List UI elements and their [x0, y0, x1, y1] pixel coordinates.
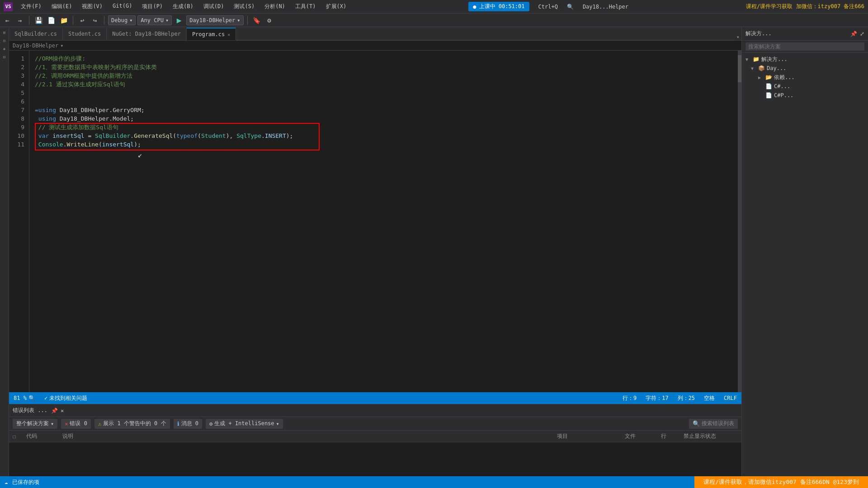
chevron-icon: ▼ [745, 57, 751, 62]
toolbar: ← → 💾 📄 📁 ↩ ↪ Debug ▾ Any CPU ▾ ▶ Day18-… [0, 14, 868, 27]
tab-nuget[interactable]: NuGet: Day18-DBHelper [107, 28, 187, 40]
zoom-status[interactable]: 81 % 🔍 [14, 395, 35, 401]
run-btn[interactable]: ▶ [174, 15, 184, 26]
menu-bar[interactable]: 文件(F) 编辑(E) 视图(V) Git(G) 项目(P) 生成(B) 调试(… [16, 2, 351, 11]
no-issues-status: ✓ 未找到相关问题 [44, 394, 87, 402]
tree-root[interactable]: ▼ 📁 解决方... [742, 55, 868, 64]
saved-status-icon: ☁ [5, 479, 8, 485]
filter-dropdown[interactable]: 整个解决方案 ▾ [13, 419, 57, 429]
right-panel: 解决方... 📌 ⤢ ▼ 📁 解决方... ▼ 📦 Day... ▶ 📂 [741, 27, 868, 488]
col-file: 文件 [625, 432, 661, 440]
window-title: Day18...Helper [583, 4, 628, 10]
timer-icon: ● [473, 4, 476, 10]
sidebar-icon-4[interactable]: ⊟ [1, 53, 8, 61]
pin-icon[interactable]: 📌 [51, 408, 58, 414]
sidebar-icon-3[interactable]: ◈ [1, 45, 8, 52]
redo-btn[interactable]: ↪ [90, 15, 100, 26]
title-bar-right: 课程/课件学习获取 加微信：itzy007 备注666 [746, 3, 864, 10]
col-project: 项目 [557, 432, 625, 440]
menu-extensions[interactable]: 扩展(X) [321, 2, 351, 11]
expand-icon[interactable]: ⤢ [860, 31, 864, 37]
debug-mode-dropdown[interactable]: Debug ▾ [108, 15, 136, 25]
info-btn[interactable]: ℹ 消息 0 [174, 419, 202, 429]
solution-explorer-title: 解决方... [745, 30, 772, 38]
error-icon: ✕ [65, 421, 68, 427]
cursor-indicator: ↙ [138, 150, 142, 159]
menu-file[interactable]: 文件(F) [16, 2, 46, 11]
tree-dependencies[interactable]: ▶ 📂 依赖... [742, 73, 868, 82]
title-bar: VS 文件(F) 编辑(E) 视图(V) Git(G) 项目(P) 生成(B) … [0, 0, 868, 14]
error-panel-header: 错误列表 ... 📌 ✕ [9, 404, 741, 417]
solution-search-input[interactable] [745, 42, 864, 51]
errors-btn[interactable]: ✕ 错误 0 [61, 419, 91, 429]
menu-debug[interactable]: 调试(D) [199, 2, 229, 11]
settings-icon[interactable]: ⚙ [264, 15, 275, 26]
solution-search[interactable] [742, 41, 868, 53]
col-line: 行 [661, 432, 684, 440]
tree-cs1-label: C#... [774, 83, 790, 89]
tree-project[interactable]: ▼ 📦 Day... [742, 64, 868, 73]
tab-student[interactable]: Student.cs [63, 28, 107, 40]
warning-icon: ⚠ [98, 421, 101, 427]
menu-git[interactable]: Git(G) [108, 2, 137, 11]
space-status: 空格 [704, 394, 715, 402]
tree-spacer-2 [758, 93, 764, 98]
tab-program-close[interactable]: ✕ [227, 32, 230, 37]
sidebar-icon-1[interactable]: ⊞ [1, 29, 8, 36]
breadcrumb: Day18-DBHelper ▾ [9, 41, 741, 51]
menu-tools[interactable]: 工具(T) [291, 2, 321, 11]
pin-icon-right[interactable]: 📌 [850, 31, 857, 37]
menu-project[interactable]: 项目(P) [137, 2, 167, 11]
tab-sqlbuilder[interactable]: SqlBuilder.cs [9, 28, 63, 40]
project-folder-icon: 📦 [758, 65, 765, 71]
shortcut-badge: Ctrl+Q [538, 4, 558, 10]
menu-test[interactable]: 测试(S) [229, 2, 259, 11]
main-layout: ⊞ ⊡ ◈ ⊟ SqlBuilder.cs Student.cs NuGet: … [0, 27, 868, 488]
close-icon[interactable]: ✕ [61, 408, 64, 414]
new-file-btn[interactable]: 📄 [46, 15, 57, 26]
save-btn[interactable]: 💾 [33, 15, 44, 26]
sidebar-icon-2[interactable]: ⊡ [1, 37, 8, 44]
tab-program-label: Program.cs [192, 31, 225, 38]
forward-btn[interactable]: → [14, 15, 25, 26]
minimap-thumb[interactable] [738, 55, 741, 82]
tab-nuget-label: NuGet: Day18-DBHelper [112, 31, 181, 37]
timer-text: 上课中 00:51:01 [479, 3, 525, 10]
menu-build[interactable]: 生成(B) [168, 2, 198, 11]
tab-dropdown-btn[interactable]: ▾ [736, 34, 740, 40]
chevron-dep-icon: ▶ [758, 75, 764, 80]
tab-program[interactable]: Program.cs ✕ [187, 28, 236, 40]
error-panel-controls: 📌 ✕ [51, 408, 64, 414]
code-content[interactable]: //ORM操作的步骤: //1、需要把数据库中表映射为程序的是实体类 //2、调… [29, 51, 738, 392]
tree-csharp1[interactable]: 📄 C#... [742, 82, 868, 91]
vs-logo: VS [4, 2, 13, 11]
info-icon: ℹ [177, 421, 179, 427]
menu-analyze[interactable]: 分析(N) [260, 2, 290, 11]
cpu-dropdown[interactable]: Any CPU ▾ [137, 15, 172, 25]
search-icon[interactable]: 🔍 [567, 4, 574, 10]
warnings-btn[interactable]: ⚠ 展示 1 个警告中的 0 个 [94, 419, 170, 429]
menu-view[interactable]: 视图(V) [77, 2, 107, 11]
code-line-11: Console.WriteLine(insertSql); [35, 140, 738, 149]
tab-sqlbuilder-label: SqlBuilder.cs [14, 31, 57, 37]
panel-controls: 📌 ⤢ [850, 31, 864, 37]
bookmark-btn[interactable]: 🔖 [251, 15, 262, 26]
encoding-status: CRLF [724, 395, 737, 401]
error-panel-toolbar: 整个解决方案 ▾ ✕ 错误 0 ⚠ 展示 1 个警告中的 0 个 ℹ 消息 0 … [9, 417, 741, 431]
undo-btn[interactable]: ↩ [77, 15, 88, 26]
code-line-10: var insertSql = SqlBuilder.GenerateSql(t… [35, 131, 738, 140]
col-code: 代码 [26, 432, 62, 440]
code-line-1: //ORM操作的步骤: [35, 54, 738, 63]
timer-badge: ● 上课中 00:51:01 [468, 2, 529, 11]
editor-minimap[interactable] [738, 51, 741, 392]
project-dropdown[interactable]: Day18-DBHelper ▾ [186, 15, 243, 25]
search-errors[interactable]: 🔍 搜索错误列表 [689, 419, 738, 429]
back-btn[interactable]: ← [2, 15, 13, 26]
intellisense-btn[interactable]: ⚙ 生成 + IntelliSense ▾ [206, 419, 283, 429]
code-editor[interactable]: 1 2 3 4 5 6 7 8 9 10 11 //ORM操作的步骤: [9, 51, 741, 392]
editor-container: SqlBuilder.cs Student.cs NuGet: Day18-DB… [9, 27, 741, 488]
sep1 [29, 16, 29, 25]
open-btn[interactable]: 📁 [58, 15, 69, 26]
tree-csharp2[interactable]: 📄 C#P... [742, 91, 868, 100]
menu-edit[interactable]: 编辑(E) [47, 2, 77, 11]
